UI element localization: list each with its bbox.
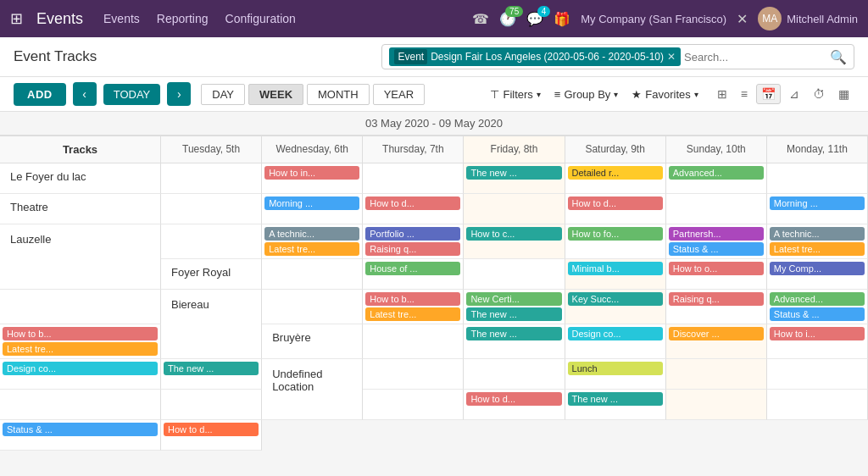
event-pill[interactable]: The new ... <box>466 307 561 321</box>
clock-view-button[interactable]: ⏱ <box>808 84 830 104</box>
event-pill[interactable]: Latest tre... <box>365 307 460 321</box>
cell-foyerr-fri: Minimal b... <box>565 259 666 290</box>
event-pill[interactable]: Advanced... <box>770 292 865 306</box>
cell-undef-r1-tue <box>363 359 464 390</box>
event-pill[interactable]: My Comp... <box>770 262 865 275</box>
event-pill[interactable]: The new ... <box>568 392 663 406</box>
pivot-view-button[interactable]: ⊿ <box>784 84 804 104</box>
add-button[interactable]: ADD <box>14 83 66 106</box>
event-pill[interactable]: How to b... <box>3 327 158 340</box>
event-pill[interactable]: How to fo... <box>568 227 663 241</box>
event-pill[interactable]: How to d... <box>365 196 460 210</box>
event-pill[interactable]: How to b... <box>365 292 460 306</box>
today-button[interactable]: TODAY <box>103 84 161 105</box>
event-pill[interactable]: Minimal b... <box>568 262 663 275</box>
event-pill[interactable]: House of ... <box>365 262 460 275</box>
search-tag[interactable]: Event Design Fair Los Angeles (2020-05-0… <box>389 47 681 66</box>
notification-icon[interactable]: 🎁 <box>554 11 570 27</box>
cell-lauzelle-r1-sun: Partnersh... Status & ... <box>666 224 767 259</box>
nav-links: Events Reporting Configuration <box>103 12 459 25</box>
cell-theatre-sat: How to d... <box>565 194 666 224</box>
event-pill[interactable]: Portfolio ... <box>365 227 460 241</box>
nav-events[interactable]: Events <box>103 12 140 25</box>
tab-day[interactable]: DAY <box>201 84 245 105</box>
favorites-button[interactable]: ★ Favorites ▾ <box>632 88 698 101</box>
event-pill[interactable]: New Certi... <box>466 292 561 306</box>
close-icon[interactable]: ✕ <box>737 11 748 27</box>
next-button[interactable]: › <box>167 82 191 106</box>
cell-biereau-r1-wed: How to b... Latest tre... <box>363 290 464 324</box>
company-selector[interactable]: My Company (San Francisco) <box>581 13 726 25</box>
tab-month[interactable]: MONTH <box>307 84 370 105</box>
nav-reporting[interactable]: Reporting <box>157 12 209 25</box>
event-pill[interactable]: Raising q... <box>365 242 460 256</box>
event-pill[interactable]: Latest tre... <box>770 242 865 256</box>
grid-view-button[interactable]: ▦ <box>833 84 854 104</box>
event-pill[interactable]: A technic... <box>770 227 865 241</box>
user-name: Mitchell Admin <box>787 13 858 25</box>
cell-bruyere-mon: The new ... <box>161 359 262 390</box>
filters-button[interactable]: ⊤ Filters ▾ <box>490 88 540 101</box>
event-pill[interactable]: How to d... <box>466 392 561 406</box>
cell-undef-r2-sat <box>767 390 868 420</box>
event-pill[interactable]: Status & ... <box>669 242 764 256</box>
event-pill[interactable]: Raising q... <box>669 292 764 306</box>
chat-icon[interactable]: 💬 4 <box>526 11 543 27</box>
event-pill[interactable]: Design co... <box>3 362 158 375</box>
list-view-button[interactable]: ≡ <box>736 84 753 104</box>
filters-arrow: ▾ <box>537 90 541 99</box>
event-pill[interactable]: How to o... <box>669 262 764 275</box>
event-pill[interactable]: A technic... <box>264 227 359 241</box>
avatar: MA <box>758 7 782 30</box>
cell-biereau-r1-fri: Key Succ... <box>565 290 666 324</box>
tab-week[interactable]: WEEK <box>248 84 303 105</box>
phone-icon[interactable]: ☎ <box>472 11 489 27</box>
tracks-col-header: Tracks <box>0 136 161 163</box>
timer-icon[interactable]: 🕐 75 <box>499 11 516 27</box>
event-pill[interactable]: Partnersh... <box>669 227 764 241</box>
event-pill[interactable]: How to d... <box>164 423 259 436</box>
filters-label: Filters <box>503 88 532 101</box>
nav-configuration[interactable]: Configuration <box>225 12 296 25</box>
search-tag-value: Design Fair Los Angeles (2020-05-06 - 20… <box>431 51 664 63</box>
event-pill[interactable]: Advanced... <box>669 166 764 180</box>
event-pill[interactable]: Status & ... <box>3 423 158 436</box>
kanban-view-button[interactable]: ⊞ <box>712 84 732 104</box>
event-pill[interactable]: The new ... <box>164 362 259 375</box>
grid-menu-icon[interactable]: ⊞ <box>10 9 23 28</box>
cell-undef-r2-sun: Status & ... <box>0 420 161 451</box>
calendar-view-button[interactable]: 📅 <box>756 84 781 104</box>
page-title: Event Tracks <box>14 48 97 65</box>
event-pill[interactable]: Key Succ... <box>568 292 663 306</box>
cell-foyer-mon <box>767 163 868 194</box>
event-pill[interactable]: Morning ... <box>770 196 865 210</box>
event-pill[interactable]: Status & ... <box>770 307 865 321</box>
event-pill[interactable]: How to i... <box>770 327 865 340</box>
event-pill[interactable]: Detailed r... <box>568 166 663 180</box>
groupby-button[interactable]: ≡ Group By ▾ <box>554 88 619 101</box>
event-pill[interactable]: How to in... <box>264 166 359 180</box>
chat-badge: 4 <box>537 6 551 17</box>
cell-foyer-fri: The new ... <box>464 163 565 194</box>
search-input[interactable] <box>684 51 826 64</box>
event-pill[interactable]: Design co... <box>568 327 663 340</box>
search-button[interactable]: 🔍 <box>830 49 847 65</box>
search-tag-remove[interactable]: ✕ <box>667 51 676 63</box>
event-pill[interactable]: Lunch <box>568 362 663 375</box>
event-pill[interactable]: How to c... <box>466 227 561 241</box>
event-pill[interactable]: Discover ... <box>669 327 764 340</box>
event-pill[interactable]: How to d... <box>568 196 663 210</box>
user-menu[interactable]: MA Mitchell Admin <box>758 7 858 30</box>
event-pill[interactable]: Latest tre... <box>264 242 359 256</box>
event-pill[interactable]: The new ... <box>466 327 561 340</box>
prev-button[interactable]: ‹ <box>73 82 97 106</box>
cell-biereau-r1-sun: Advanced... Status & ... <box>767 290 868 324</box>
event-pill[interactable]: Morning ... <box>264 196 359 210</box>
cell-foyer-wed: How to in... <box>262 163 363 194</box>
tab-year[interactable]: YEAR <box>373 84 425 105</box>
event-pill[interactable]: The new ... <box>466 166 561 180</box>
track-label-le-foyer: Le Foyer du lac <box>0 163 161 194</box>
groupby-label: Group By <box>564 88 610 101</box>
event-pill[interactable]: Latest tre... <box>3 342 158 356</box>
favorites-arrow: ▾ <box>694 90 698 99</box>
